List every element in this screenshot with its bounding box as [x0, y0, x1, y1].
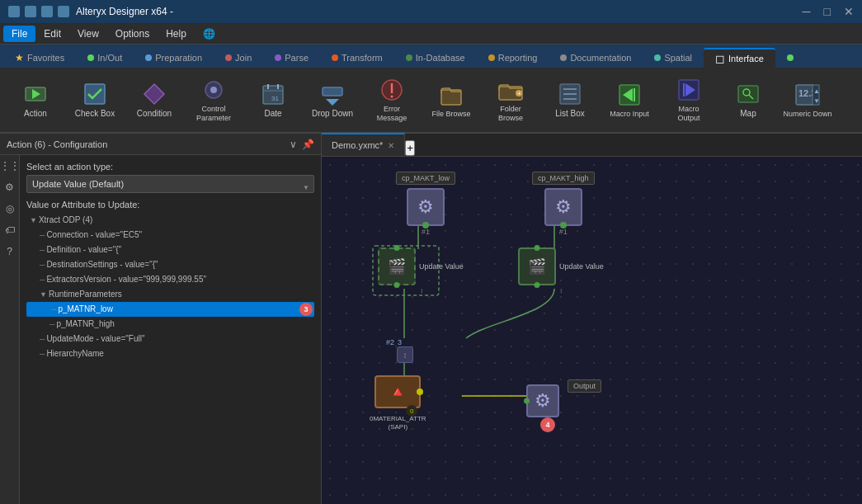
toolbar-btn-dropdown[interactable]: Drop Down — [304, 70, 361, 130]
toolbar-btn-error[interactable]: ErrorMessage — [363, 70, 421, 130]
maximize-btn[interactable]: □ — [824, 5, 831, 18]
toolbar-btn-date[interactable]: 31 Date — [244, 70, 302, 130]
menu-options[interactable]: Options — [107, 26, 158, 42]
toolbar-btn-folderbrowse[interactable]: + FolderBrowse — [482, 70, 539, 130]
sidebar-icon-1[interactable]: ⋮⋮ — [2, 158, 17, 173]
svg-point-15 — [391, 96, 393, 98]
tab-extra[interactable] — [775, 48, 805, 68]
canvas-area[interactable]: cp_MAKT_low ⚙ #1 cp_MAKT_high ⚙ #1 — [322, 157, 862, 504]
menu-help[interactable]: Help — [158, 26, 195, 42]
node-update-low[interactable]: 🎬 Update Value ↕ — [378, 247, 464, 294]
indatabase-dot — [406, 54, 412, 61]
sidebar-icon-question[interactable]: ? — [2, 244, 17, 259]
macrooutput-icon — [676, 77, 702, 103]
tab-inout-label: In/Out — [97, 53, 122, 63]
tree-item-matnr-high[interactable]: ─ p_MATNR_high — [26, 317, 314, 332]
tab-reporting[interactable]: Reporting — [477, 48, 549, 68]
update-high-inner: 🎬 Update Value — [518, 247, 604, 285]
toolbar-btn-listbox[interactable]: List Box — [541, 70, 599, 130]
node-cp-makt-low[interactable]: cp_MAKT_low ⚙ #1 — [396, 172, 455, 236]
node-main-data[interactable]: 🔺 0 0MATERIAL_ATTR(SAPI) — [370, 375, 426, 432]
tree-item-runtime[interactable]: ▼ RuntimeParameters — [26, 287, 314, 302]
tree-item-updatemode[interactable]: ─ UpdateMode - value="Full" — [26, 332, 314, 346]
toolbar-btn-checkbox[interactable]: Check Box — [66, 70, 124, 130]
control-label: ControlParameter — [196, 105, 231, 123]
main-data-box[interactable]: 🔺 0 — [374, 375, 421, 408]
toolbar-btn-control[interactable]: ControlParameter — [185, 70, 243, 130]
numericdown-icon: 12.3▲▼ — [794, 82, 821, 108]
tab-preparation[interactable]: Preparation — [134, 48, 214, 68]
tab-documentation[interactable]: Documentation — [549, 48, 643, 68]
svg-text:+: + — [517, 90, 521, 97]
tab-preparation-label: Preparation — [155, 53, 202, 63]
extractors-dash: ─ — [40, 274, 45, 285]
tab-join-label: Join — [235, 53, 252, 63]
toolbar-btn-numericdown[interactable]: 12.3▲▼ Numeric Down — [779, 70, 836, 130]
svg-text:▲: ▲ — [813, 87, 820, 95]
tree-item-connection[interactable]: ─ Connection - value="EC5" — [26, 228, 314, 243]
updatemode-dash: ─ — [40, 333, 45, 345]
ribbon-toolbar: Action Check Box Condition ControlParame… — [0, 68, 862, 134]
action-type-select[interactable]: Update Value (Default) Update Value (Exp… — [26, 175, 314, 193]
tab-indatabase[interactable]: In-Database — [394, 48, 477, 68]
update-low-box[interactable]: 🎬 — [378, 247, 416, 285]
svg-rect-30 — [738, 86, 758, 102]
tab-favorites[interactable]: ★ Favorites — [3, 48, 76, 68]
tree-item-definition[interactable]: ─ Definition - value="{" — [26, 243, 314, 257]
tree-item-matnr-low[interactable]: ─ p_MATNR_low 3 — [26, 302, 314, 317]
doc-tab-label: Demo.yxmc* — [332, 140, 383, 150]
panel-content: ⋮⋮ ⚙ ◎ 🏷 ? Select an action type: Update… — [0, 155, 321, 504]
reporting-dot — [488, 54, 495, 61]
folderbrowse-icon: + — [497, 77, 524, 103]
cp-makt-high-box[interactable]: ⚙ — [544, 188, 582, 226]
add-tab-btn[interactable]: + — [405, 140, 415, 156]
sidebar-icon-tag[interactable]: 🏷 — [2, 223, 17, 238]
panel-pin-btn[interactable]: 📌 — [302, 139, 314, 150]
documentation-dot — [560, 54, 567, 61]
doc-tab-close[interactable]: ✕ — [388, 141, 394, 150]
menu-edit[interactable]: Edit — [35, 26, 69, 42]
connector-box[interactable]: ↕ — [397, 346, 413, 363]
condition-label: Condition — [137, 109, 172, 119]
tree-item-destination[interactable]: ─ DestinationSettings - value="{" — [26, 257, 314, 272]
output-gear-in — [524, 398, 530, 404]
menu-view[interactable]: View — [69, 26, 107, 42]
update-high-label: Update Value — [559, 262, 604, 271]
node-output-gear[interactable]: ⚙ — [526, 384, 559, 417]
close-btn[interactable]: ✕ — [844, 5, 854, 18]
tab-favorites-label: Favorites — [27, 53, 64, 63]
update-high-box[interactable]: 🎬 — [518, 247, 556, 285]
tree-item-hierarchy[interactable]: ─ HierarchyName — [26, 346, 314, 361]
join-dot — [225, 54, 232, 61]
node-cp-makt-high[interactable]: cp_MAKT_high ⚙ #1 — [532, 172, 595, 236]
toolbar-btn-map[interactable]: Map — [719, 70, 777, 130]
toolbar-btn-condition[interactable]: Condition — [125, 70, 183, 130]
tab-inout[interactable]: In/Out — [76, 48, 134, 68]
cp-makt-low-box[interactable]: ⚙ — [407, 188, 445, 226]
matnr-high-dash: ─ — [49, 318, 54, 330]
toolbar-btn-filebrowse[interactable]: File Browse — [422, 70, 480, 130]
tree-root[interactable]: ▼ Xtract ODP (4) — [26, 213, 314, 228]
tree-item-extractors[interactable]: ─ ExtractorsVersion - value="999,999,999… — [26, 272, 314, 287]
tab-join[interactable]: Join — [214, 48, 263, 68]
panel-collapse-btn[interactable]: ∨ — [290, 139, 297, 150]
tab-documentation-label: Documentation — [570, 53, 631, 63]
menu-file[interactable]: File — [3, 26, 35, 42]
sidebar-icon-search[interactable]: ◎ — [2, 201, 17, 216]
node-update-high[interactable]: 🎬 Update Value ↕ — [518, 247, 604, 294]
sidebar-icon-gear[interactable]: ⚙ — [2, 180, 17, 195]
toolbar-btn-macrooutput[interactable]: MacroOutput — [660, 70, 718, 130]
select-action-label: Select an action type: — [26, 162, 314, 172]
toolbar-btn-action[interactable]: Action — [7, 70, 64, 130]
toolbar-btn-macroinput[interactable]: Macro Input — [601, 70, 658, 130]
tab-transform[interactable]: Transform — [320, 48, 394, 68]
minimize-btn[interactable]: ─ — [803, 5, 811, 18]
tab-parse[interactable]: Parse — [263, 48, 320, 68]
tab-spatial-label: Spatial — [664, 53, 692, 63]
tab-spatial[interactable]: Spatial — [643, 48, 704, 68]
doc-tab-demo[interactable]: Demo.yxmc* ✕ — [322, 133, 405, 156]
menu-globe[interactable]: 🌐 — [195, 26, 224, 42]
cp-makt-high-num: #1 — [559, 228, 568, 236]
output-gear-box[interactable]: ⚙ — [526, 384, 559, 417]
tab-interface[interactable]: ◻ Interface — [704, 48, 775, 68]
